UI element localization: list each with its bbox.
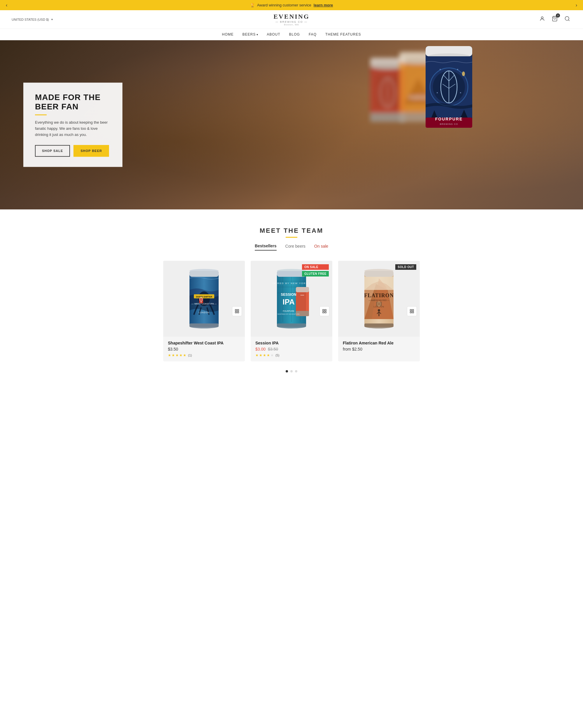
badge-on-sale: ON SALE bbox=[302, 264, 329, 270]
svg-rect-43 bbox=[190, 323, 219, 327]
product-tabs: Bestsellers Core beers On sale bbox=[12, 243, 571, 251]
quick-add-shapeshifter[interactable] bbox=[232, 306, 242, 316]
announcement-text: Award winning customer service bbox=[257, 3, 311, 7]
svg-point-38 bbox=[462, 72, 465, 76]
badge-sold-out: SOLD OUT bbox=[395, 264, 416, 270]
product-card-flatiron: SOLD OUT bbox=[338, 261, 420, 361]
announcement-prev-button[interactable]: ‹ bbox=[6, 3, 7, 8]
svg-rect-84 bbox=[364, 323, 393, 327]
svg-rect-87 bbox=[364, 277, 393, 290]
price-sale-session-ipa: $3.00 bbox=[255, 347, 266, 352]
products-grid: SHAPE SHIFTER — WEST COAST IPA — LONDON … bbox=[12, 261, 571, 361]
svg-text:FLATIRON: FLATIRON bbox=[364, 292, 394, 298]
product-card-shapeshifter: SHAPE SHIFTER — WEST COAST IPA — LONDON … bbox=[163, 261, 245, 361]
tab-bestsellers[interactable]: Bestsellers bbox=[255, 243, 277, 251]
quick-add-flatiron[interactable] bbox=[407, 306, 417, 316]
svg-rect-78 bbox=[323, 312, 324, 313]
svg-text:FOURPURE: FOURPURE bbox=[283, 310, 295, 312]
hero-title: MADE FOR THE BEER FAN bbox=[35, 93, 111, 111]
hero-content: MADE FOR THE BEER FAN Everything we do i… bbox=[23, 82, 122, 167]
nav-item-theme-features[interactable]: THEME FEATURES bbox=[325, 32, 361, 36]
svg-point-31 bbox=[457, 69, 458, 70]
announcement-next-button[interactable]: › bbox=[576, 3, 577, 8]
announcement-bar: ‹ 🏆 Award winning customer service learn… bbox=[0, 0, 583, 10]
products-heading: MEET THE TEAM bbox=[12, 227, 571, 234]
svg-rect-53 bbox=[237, 309, 239, 311]
svg-point-33 bbox=[460, 92, 461, 93]
nav-link-beers[interactable]: BEERS bbox=[243, 32, 256, 36]
svg-rect-76 bbox=[323, 309, 324, 311]
product-image-shapeshifter: SHAPE SHIFTER — WEST COAST IPA — LONDON bbox=[163, 261, 245, 337]
hero-underline bbox=[35, 114, 47, 115]
svg-text:INSPIRED BY NEW YORK IPA: INSPIRED BY NEW YORK IPA bbox=[273, 282, 310, 285]
nav-item-blog[interactable]: BLOG bbox=[289, 32, 300, 36]
tab-core-beers[interactable]: Core beers bbox=[285, 243, 305, 251]
svg-text:SESSION: SESSION bbox=[281, 292, 296, 296]
search-button[interactable] bbox=[563, 15, 571, 24]
tab-on-sale[interactable]: On sale bbox=[314, 243, 328, 251]
product-image-session-ipa: ON SALE GLUTEN FREE bbox=[251, 261, 332, 337]
product-price-shapeshifter: $3.50 bbox=[168, 347, 240, 352]
svg-point-30 bbox=[440, 69, 441, 70]
quick-add-session-ipa[interactable] bbox=[320, 306, 329, 316]
announcement-link[interactable]: learn more bbox=[314, 3, 333, 7]
account-button[interactable] bbox=[538, 15, 546, 24]
product-info-session-ipa: Session IPA $3.00 $3.50 ★ ★ ★ ★ ★ (5) bbox=[251, 337, 332, 361]
product-rating-session-ipa: ★ ★ ★ ★ ★ (5) bbox=[255, 353, 328, 357]
svg-text:•••••: ••••• bbox=[301, 294, 304, 296]
nav-item-faq[interactable]: FAQ bbox=[309, 32, 316, 36]
svg-rect-69 bbox=[296, 287, 309, 292]
product-name-flatiron: Flatiron American Red Ale bbox=[343, 341, 415, 345]
hero-buttons: SHOP SALE SHOP BEER bbox=[35, 145, 111, 157]
badge-gluten-free: GLUTEN FREE bbox=[302, 271, 329, 277]
svg-text:— WEST COAST IPA —: — WEST COAST IPA — bbox=[191, 303, 217, 305]
chevron-down-icon: ▾ bbox=[256, 33, 258, 36]
cart-badge: 0 bbox=[556, 14, 560, 18]
product-name-session-ipa: Session IPA bbox=[255, 341, 328, 345]
header: UNITED STATES (USD $) ▾ Evening — Brewin… bbox=[0, 10, 583, 29]
svg-point-32 bbox=[437, 92, 438, 93]
can-illustration-flatiron: FLATIRON — AMERICAN RED — LONDON bbox=[360, 266, 398, 331]
product-badges-session-ipa: ON SALE GLUTEN FREE bbox=[302, 264, 329, 277]
logo[interactable]: Evening — Brewing Co — Boston, MA bbox=[273, 13, 310, 26]
trophy-icon: 🏆 bbox=[250, 3, 255, 7]
pagination-dots bbox=[12, 370, 571, 372]
shop-beer-button[interactable]: SHOP BEER bbox=[74, 145, 109, 157]
main-nav: HOME BEERS ▾ ABOUT BLOG FAQ THEME FEATUR… bbox=[0, 29, 583, 40]
svg-text:FOURPURE: FOURPURE bbox=[435, 117, 463, 121]
svg-rect-101 bbox=[412, 312, 414, 313]
logo-location: Boston, MA bbox=[273, 23, 310, 26]
nav-item-home[interactable]: HOME bbox=[222, 32, 234, 36]
svg-rect-100 bbox=[410, 312, 412, 313]
product-info-shapeshifter: Shapeshifter West Coast IPA $3.50 ★ ★ ★ … bbox=[163, 337, 245, 361]
hero-body: Everything we do is about keeping the be… bbox=[35, 120, 111, 138]
pagination-dot-3[interactable] bbox=[295, 370, 297, 372]
svg-text:INSPIRED BY ADVENTURE: INSPIRED BY ADVENTURE bbox=[278, 313, 300, 315]
svg-point-0 bbox=[541, 17, 543, 19]
svg-rect-77 bbox=[325, 309, 326, 311]
svg-text:FOURPURE: FOURPURE bbox=[409, 96, 427, 99]
svg-rect-54 bbox=[235, 312, 237, 313]
review-count-shapeshifter: (1) bbox=[188, 354, 192, 357]
svg-text:LONDON: LONDON bbox=[199, 312, 209, 314]
header-left: UNITED STATES (USD $) ▾ bbox=[12, 18, 53, 21]
review-count-session-ipa: (5) bbox=[275, 354, 279, 357]
pagination-dot-1[interactable] bbox=[286, 370, 288, 372]
nav-item-about[interactable]: ABOUT bbox=[267, 32, 280, 36]
svg-point-89 bbox=[378, 309, 380, 312]
region-selector[interactable]: UNITED STATES (USD $) bbox=[12, 18, 49, 21]
logo-subtitle: — Brewing Co — bbox=[273, 20, 310, 23]
product-price-session-ipa: $3.00 $3.50 bbox=[255, 347, 328, 352]
shop-sale-button[interactable]: SHOP SALE bbox=[35, 145, 70, 157]
svg-rect-52 bbox=[235, 309, 237, 311]
header-right: 0 bbox=[538, 15, 571, 24]
pagination-dot-2[interactable] bbox=[290, 370, 293, 372]
cart-button[interactable]: 0 bbox=[551, 15, 559, 24]
product-badges-flatiron: SOLD OUT bbox=[395, 264, 416, 270]
section-underline bbox=[286, 237, 297, 238]
svg-rect-60 bbox=[277, 323, 306, 327]
svg-rect-41 bbox=[190, 271, 219, 277]
logo-title: Evening bbox=[273, 13, 310, 20]
nav-item-beers[interactable]: BEERS ▾ bbox=[243, 32, 258, 36]
hero-section: FOURPURE bbox=[0, 40, 583, 209]
